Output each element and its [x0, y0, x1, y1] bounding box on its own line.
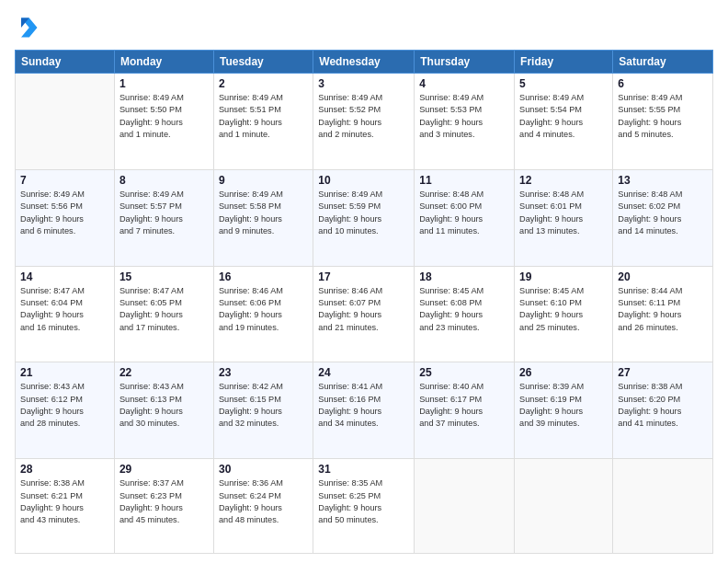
- day-number: 28: [20, 463, 109, 476]
- day-detail: Sunrise: 8:49 AMSunset: 5:54 PMDaylight:…: [519, 92, 608, 141]
- day-detail: Sunrise: 8:48 AMSunset: 6:02 PMDaylight:…: [618, 189, 708, 237]
- header: [15, 15, 713, 40]
- day-number: 10: [318, 174, 409, 187]
- weekday-header: Sunday: [16, 51, 115, 74]
- day-number: 16: [219, 270, 308, 283]
- day-number: 5: [519, 77, 608, 90]
- day-number: 21: [20, 366, 109, 379]
- day-detail: Sunrise: 8:41 AMSunset: 6:16 PMDaylight:…: [318, 381, 409, 430]
- weekday-header: Tuesday: [213, 51, 313, 74]
- day-detail: Sunrise: 8:35 AMSunset: 6:25 PMDaylight:…: [318, 477, 409, 526]
- calendar-table: SundayMondayTuesdayWednesdayThursdayFrid…: [15, 50, 713, 554]
- day-number: 22: [119, 366, 209, 379]
- calendar-cell: [415, 459, 515, 554]
- day-detail: Sunrise: 8:47 AMSunset: 6:05 PMDaylight:…: [119, 285, 209, 334]
- day-detail: Sunrise: 8:49 AMSunset: 5:53 PMDaylight:…: [419, 92, 509, 141]
- day-detail: Sunrise: 8:42 AMSunset: 6:15 PMDaylight:…: [219, 381, 308, 430]
- day-number: 20: [618, 270, 708, 283]
- logo: [15, 15, 44, 40]
- day-detail: Sunrise: 8:40 AMSunset: 6:17 PMDaylight:…: [419, 381, 509, 430]
- weekday-header: Wednesday: [313, 51, 415, 74]
- day-detail: Sunrise: 8:38 AMSunset: 6:20 PMDaylight:…: [618, 381, 708, 430]
- calendar-cell: [16, 74, 115, 170]
- day-number: 2: [219, 77, 308, 90]
- calendar-cell: 31Sunrise: 8:35 AMSunset: 6:25 PMDayligh…: [313, 459, 415, 554]
- calendar-cell: 30Sunrise: 8:36 AMSunset: 6:24 PMDayligh…: [213, 459, 313, 554]
- day-number: 24: [318, 366, 409, 379]
- day-number: 7: [20, 174, 109, 187]
- day-number: 29: [119, 463, 209, 476]
- calendar-cell: 1Sunrise: 8:49 AMSunset: 5:50 PMDaylight…: [114, 74, 213, 170]
- calendar-cell: 13Sunrise: 8:48 AMSunset: 6:02 PMDayligh…: [613, 169, 713, 266]
- day-number: 9: [219, 174, 308, 187]
- calendar-cell: 8Sunrise: 8:49 AMSunset: 5:57 PMDaylight…: [114, 169, 213, 266]
- day-detail: Sunrise: 8:43 AMSunset: 6:12 PMDaylight:…: [20, 381, 109, 430]
- calendar-cell: 23Sunrise: 8:42 AMSunset: 6:15 PMDayligh…: [213, 362, 313, 459]
- day-number: 31: [318, 463, 409, 476]
- day-number: 12: [519, 174, 608, 187]
- day-detail: Sunrise: 8:49 AMSunset: 5:55 PMDaylight:…: [618, 92, 708, 141]
- day-number: 27: [618, 366, 708, 379]
- day-number: 17: [318, 270, 409, 283]
- calendar-cell: 20Sunrise: 8:44 AMSunset: 6:11 PMDayligh…: [613, 266, 713, 362]
- day-detail: Sunrise: 8:45 AMSunset: 6:10 PMDaylight:…: [519, 285, 608, 334]
- calendar-cell: 14Sunrise: 8:47 AMSunset: 6:04 PMDayligh…: [16, 266, 115, 362]
- day-number: 6: [618, 77, 708, 90]
- logo-icon: [15, 15, 40, 40]
- day-number: 8: [119, 174, 209, 187]
- day-detail: Sunrise: 8:49 AMSunset: 5:56 PMDaylight:…: [20, 189, 109, 237]
- calendar-cell: 9Sunrise: 8:49 AMSunset: 5:58 PMDaylight…: [213, 169, 313, 266]
- day-number: 15: [119, 270, 209, 283]
- day-number: 18: [419, 270, 509, 283]
- day-detail: Sunrise: 8:47 AMSunset: 6:04 PMDaylight:…: [20, 285, 109, 334]
- day-number: 11: [419, 174, 509, 187]
- calendar-cell: 18Sunrise: 8:45 AMSunset: 6:08 PMDayligh…: [415, 266, 515, 362]
- calendar-cell: 3Sunrise: 8:49 AMSunset: 5:52 PMDaylight…: [313, 74, 415, 170]
- day-detail: Sunrise: 8:49 AMSunset: 5:57 PMDaylight:…: [119, 189, 209, 237]
- calendar-cell: 21Sunrise: 8:43 AMSunset: 6:12 PMDayligh…: [16, 362, 115, 459]
- weekday-header: Monday: [114, 51, 213, 74]
- calendar-cell: 26Sunrise: 8:39 AMSunset: 6:19 PMDayligh…: [515, 362, 613, 459]
- day-detail: Sunrise: 8:46 AMSunset: 6:07 PMDaylight:…: [318, 285, 409, 334]
- day-detail: Sunrise: 8:49 AMSunset: 5:52 PMDaylight:…: [318, 92, 409, 141]
- day-number: 13: [618, 174, 708, 187]
- day-detail: Sunrise: 8:39 AMSunset: 6:19 PMDaylight:…: [519, 381, 608, 430]
- day-detail: Sunrise: 8:46 AMSunset: 6:06 PMDaylight:…: [219, 285, 308, 334]
- calendar-cell: 4Sunrise: 8:49 AMSunset: 5:53 PMDaylight…: [415, 74, 515, 170]
- calendar-cell: 25Sunrise: 8:40 AMSunset: 6:17 PMDayligh…: [415, 362, 515, 459]
- day-number: 19: [519, 270, 608, 283]
- day-detail: Sunrise: 8:49 AMSunset: 5:50 PMDaylight:…: [119, 92, 209, 141]
- calendar-cell: 15Sunrise: 8:47 AMSunset: 6:05 PMDayligh…: [114, 266, 213, 362]
- calendar-cell: 10Sunrise: 8:49 AMSunset: 5:59 PMDayligh…: [313, 169, 415, 266]
- calendar-cell: [613, 459, 713, 554]
- day-detail: Sunrise: 8:45 AMSunset: 6:08 PMDaylight:…: [419, 285, 509, 334]
- calendar-cell: 7Sunrise: 8:49 AMSunset: 5:56 PMDaylight…: [16, 169, 115, 266]
- calendar-cell: 12Sunrise: 8:48 AMSunset: 6:01 PMDayligh…: [515, 169, 613, 266]
- day-number: 30: [219, 463, 308, 476]
- day-number: 4: [419, 77, 509, 90]
- day-detail: Sunrise: 8:36 AMSunset: 6:24 PMDaylight:…: [219, 477, 308, 526]
- day-detail: Sunrise: 8:49 AMSunset: 5:51 PMDaylight:…: [219, 92, 308, 141]
- calendar-cell: 22Sunrise: 8:43 AMSunset: 6:13 PMDayligh…: [114, 362, 213, 459]
- calendar-cell: 24Sunrise: 8:41 AMSunset: 6:16 PMDayligh…: [313, 362, 415, 459]
- calendar-cell: 29Sunrise: 8:37 AMSunset: 6:23 PMDayligh…: [114, 459, 213, 554]
- weekday-header: Saturday: [613, 51, 713, 74]
- calendar-cell: 19Sunrise: 8:45 AMSunset: 6:10 PMDayligh…: [515, 266, 613, 362]
- day-detail: Sunrise: 8:48 AMSunset: 6:01 PMDaylight:…: [519, 189, 608, 237]
- calendar-cell: 11Sunrise: 8:48 AMSunset: 6:00 PMDayligh…: [415, 169, 515, 266]
- day-number: 1: [119, 77, 209, 90]
- calendar-cell: 6Sunrise: 8:49 AMSunset: 5:55 PMDaylight…: [613, 74, 713, 170]
- day-detail: Sunrise: 8:37 AMSunset: 6:23 PMDaylight:…: [119, 477, 209, 526]
- calendar-cell: 17Sunrise: 8:46 AMSunset: 6:07 PMDayligh…: [313, 266, 415, 362]
- day-number: 3: [318, 77, 409, 90]
- day-detail: Sunrise: 8:48 AMSunset: 6:00 PMDaylight:…: [419, 189, 509, 237]
- calendar-cell: 2Sunrise: 8:49 AMSunset: 5:51 PMDaylight…: [213, 74, 313, 170]
- day-number: 26: [519, 366, 608, 379]
- page: SundayMondayTuesdayWednesdayThursdayFrid…: [0, 0, 728, 563]
- day-detail: Sunrise: 8:44 AMSunset: 6:11 PMDaylight:…: [618, 285, 708, 334]
- day-detail: Sunrise: 8:49 AMSunset: 5:59 PMDaylight:…: [318, 189, 409, 237]
- day-detail: Sunrise: 8:38 AMSunset: 6:21 PMDaylight:…: [20, 477, 109, 526]
- day-detail: Sunrise: 8:43 AMSunset: 6:13 PMDaylight:…: [119, 381, 209, 430]
- weekday-header: Thursday: [415, 51, 515, 74]
- calendar-cell: 27Sunrise: 8:38 AMSunset: 6:20 PMDayligh…: [613, 362, 713, 459]
